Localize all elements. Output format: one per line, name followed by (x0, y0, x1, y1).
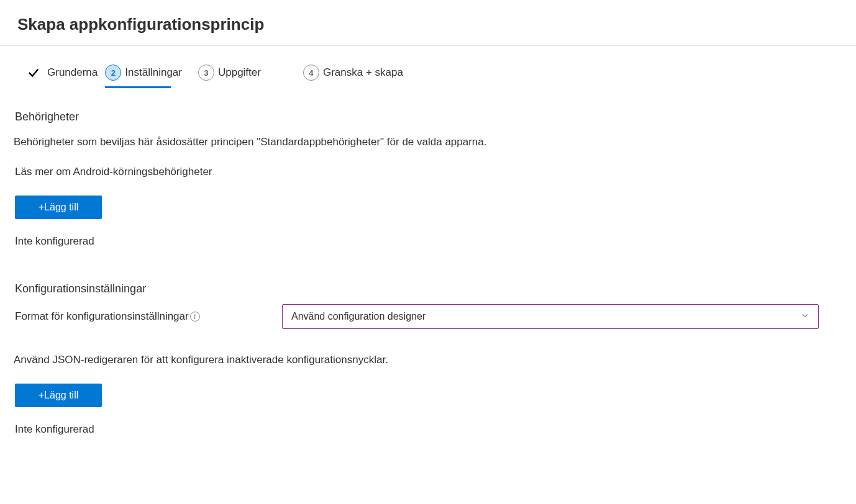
format-label: Format för konfigurationsinställningar i (15, 310, 282, 323)
step-number-badge: 3 (198, 65, 214, 81)
permissions-status: Inte konfigurerad (12, 235, 844, 248)
format-select[interactable]: Använd configuration designer (282, 304, 819, 329)
step-number-badge: 2 (105, 65, 121, 81)
step-settings[interactable]: 2 Inställningar (105, 65, 188, 87)
add-permission-button[interactable]: +Lägg till (15, 196, 102, 219)
format-label-text: Format för konfigurationsinställningar (15, 310, 189, 323)
page-title: Skapa appkonfigurationsprincip (17, 15, 839, 34)
step-label: Grunderna (47, 66, 98, 79)
main-content: Grunderna 2 Inställningar 3 Uppgifter 4 … (0, 46, 856, 461)
step-review-create[interactable]: 4 Granska + skapa (303, 65, 409, 87)
step-basics[interactable]: Grunderna (26, 65, 104, 86)
add-config-button[interactable]: +Lägg till (15, 384, 102, 407)
step-number-badge: 4 (303, 65, 319, 81)
step-label: Granska + skapa (323, 66, 403, 79)
info-icon[interactable]: i (190, 312, 200, 322)
config-heading: Konfigurationsinställningar (12, 282, 844, 295)
json-editor-description: Använd JSON-redigeraren för att konfigur… (12, 354, 844, 366)
learn-more-link[interactable]: Läs mer om Android-körningsbehörigheter (12, 166, 844, 178)
step-label: Inställningar (125, 66, 182, 79)
checkmark-icon (26, 65, 41, 80)
config-status: Inte konfigurerad (12, 423, 844, 436)
step-label: Uppgifter (218, 66, 261, 79)
page-header: Skapa appkonfigurationsprincip (0, 0, 856, 46)
format-select-wrapper: Använd configuration designer (282, 304, 819, 329)
permissions-heading: Behörigheter (12, 110, 844, 124)
permissions-description: Behörigheter som beviljas här åsidosätte… (12, 135, 844, 150)
wizard-stepper: Grunderna 2 Inställningar 3 Uppgifter 4 … (12, 46, 844, 87)
step-assignments[interactable]: 3 Uppgifter (198, 65, 267, 87)
format-row: Format för konfigurationsinställningar i… (12, 304, 844, 329)
